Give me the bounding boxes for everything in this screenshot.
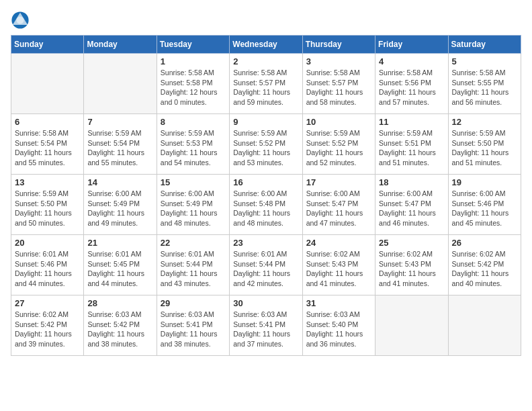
- day-number: 19: [452, 177, 517, 187]
- day-info: Sunrise: 6:00 AM Sunset: 5:47 PM Dayligh…: [306, 189, 371, 228]
- day-number: 11: [379, 117, 444, 127]
- calendar-cell: 19Sunrise: 6:00 AM Sunset: 5:46 PM Dayli…: [448, 175, 521, 235]
- day-number: 12: [452, 117, 517, 127]
- calendar-week-row: 13Sunrise: 5:59 AM Sunset: 5:50 PM Dayli…: [11, 175, 521, 235]
- calendar-cell: 10Sunrise: 5:59 AM Sunset: 5:52 PM Dayli…: [302, 114, 375, 175]
- day-info: Sunrise: 6:01 AM Sunset: 5:45 PM Dayligh…: [87, 249, 152, 289]
- calendar-cell: 26Sunrise: 6:02 AM Sunset: 5:42 PM Dayli…: [448, 235, 521, 295]
- day-info: Sunrise: 6:01 AM Sunset: 5:46 PM Dayligh…: [15, 249, 80, 289]
- calendar-cell: 27Sunrise: 6:02 AM Sunset: 5:42 PM Dayli…: [11, 295, 84, 356]
- calendar-cell: 14Sunrise: 6:00 AM Sunset: 5:49 PM Dayli…: [84, 175, 157, 235]
- calendar-week-row: 6Sunrise: 5:58 AM Sunset: 5:54 PM Daylig…: [11, 114, 521, 175]
- day-info: Sunrise: 6:02 AM Sunset: 5:43 PM Dayligh…: [379, 249, 444, 289]
- calendar-cell: 6Sunrise: 5:58 AM Sunset: 5:54 PM Daylig…: [11, 114, 84, 175]
- day-info: Sunrise: 5:59 AM Sunset: 5:52 PM Dayligh…: [233, 128, 298, 168]
- calendar-cell: [11, 54, 84, 114]
- calendar-table: SundayMondayTuesdayWednesdayThursdayFrid…: [11, 35, 521, 356]
- calendar-cell: 24Sunrise: 6:02 AM Sunset: 5:43 PM Dayli…: [302, 235, 375, 295]
- day-number: 25: [379, 238, 444, 248]
- calendar-cell: 31Sunrise: 6:03 AM Sunset: 5:40 PM Dayli…: [302, 295, 375, 356]
- day-number: 16: [233, 177, 298, 187]
- day-info: Sunrise: 5:59 AM Sunset: 5:53 PM Dayligh…: [161, 128, 226, 168]
- day-number: 6: [15, 117, 80, 127]
- day-info: Sunrise: 6:03 AM Sunset: 5:41 PM Dayligh…: [233, 310, 298, 349]
- day-number: 8: [161, 117, 226, 127]
- calendar-week-row: 20Sunrise: 6:01 AM Sunset: 5:46 PM Dayli…: [11, 235, 521, 295]
- calendar-cell: 11Sunrise: 5:59 AM Sunset: 5:51 PM Dayli…: [375, 114, 448, 175]
- day-info: Sunrise: 6:03 AM Sunset: 5:40 PM Dayligh…: [306, 310, 371, 349]
- calendar-cell: 13Sunrise: 5:59 AM Sunset: 5:50 PM Dayli…: [11, 175, 84, 235]
- day-number: 20: [15, 238, 80, 248]
- calendar-cell: 7Sunrise: 5:59 AM Sunset: 5:54 PM Daylig…: [84, 114, 157, 175]
- weekday-header: Wednesday: [230, 36, 302, 54]
- day-number: 21: [87, 238, 152, 248]
- day-info: Sunrise: 6:02 AM Sunset: 5:43 PM Dayligh…: [306, 249, 371, 289]
- calendar-week-row: 1Sunrise: 5:58 AM Sunset: 5:58 PM Daylig…: [11, 54, 521, 114]
- day-info: Sunrise: 6:03 AM Sunset: 5:42 PM Dayligh…: [87, 310, 152, 349]
- weekday-header: Thursday: [302, 36, 375, 54]
- day-number: 7: [87, 117, 152, 127]
- day-number: 3: [306, 56, 371, 66]
- calendar-cell: 23Sunrise: 6:01 AM Sunset: 5:44 PM Dayli…: [230, 235, 302, 295]
- day-number: 26: [452, 238, 517, 248]
- page-header: [11, 11, 521, 30]
- calendar-cell: 29Sunrise: 6:03 AM Sunset: 5:41 PM Dayli…: [157, 295, 229, 356]
- day-number: 29: [161, 298, 226, 308]
- day-number: 22: [161, 238, 226, 248]
- day-info: Sunrise: 5:58 AM Sunset: 5:57 PM Dayligh…: [306, 68, 371, 107]
- weekday-header: Saturday: [448, 36, 521, 54]
- day-number: 17: [306, 177, 371, 187]
- day-info: Sunrise: 5:58 AM Sunset: 5:56 PM Dayligh…: [379, 68, 444, 107]
- calendar-cell: 5Sunrise: 5:58 AM Sunset: 5:55 PM Daylig…: [448, 54, 521, 114]
- day-number: 4: [379, 56, 444, 66]
- calendar-cell: 30Sunrise: 6:03 AM Sunset: 5:41 PM Dayli…: [230, 295, 302, 356]
- calendar-cell: 12Sunrise: 5:59 AM Sunset: 5:50 PM Dayli…: [448, 114, 521, 175]
- day-info: Sunrise: 6:00 AM Sunset: 5:49 PM Dayligh…: [161, 189, 226, 228]
- day-info: Sunrise: 6:01 AM Sunset: 5:44 PM Dayligh…: [161, 249, 226, 289]
- day-info: Sunrise: 6:03 AM Sunset: 5:41 PM Dayligh…: [161, 310, 226, 349]
- day-info: Sunrise: 5:59 AM Sunset: 5:50 PM Dayligh…: [452, 128, 517, 168]
- day-info: Sunrise: 5:58 AM Sunset: 5:55 PM Dayligh…: [452, 68, 517, 107]
- day-number: 9: [233, 117, 298, 127]
- day-info: Sunrise: 5:59 AM Sunset: 5:52 PM Dayligh…: [306, 128, 371, 168]
- calendar-header-row: SundayMondayTuesdayWednesdayThursdayFrid…: [11, 36, 521, 54]
- calendar-cell: 9Sunrise: 5:59 AM Sunset: 5:52 PM Daylig…: [230, 114, 302, 175]
- day-info: Sunrise: 5:59 AM Sunset: 5:51 PM Dayligh…: [379, 128, 444, 168]
- calendar-cell: 20Sunrise: 6:01 AM Sunset: 5:46 PM Dayli…: [11, 235, 84, 295]
- day-number: 23: [233, 238, 298, 248]
- calendar-cell: 4Sunrise: 5:58 AM Sunset: 5:56 PM Daylig…: [375, 54, 448, 114]
- day-number: 2: [233, 56, 298, 66]
- day-info: Sunrise: 6:00 AM Sunset: 5:48 PM Dayligh…: [233, 189, 298, 228]
- day-info: Sunrise: 5:58 AM Sunset: 5:58 PM Dayligh…: [161, 68, 226, 107]
- day-info: Sunrise: 5:59 AM Sunset: 5:50 PM Dayligh…: [15, 189, 80, 228]
- calendar-cell: [448, 295, 521, 356]
- calendar-cell: 16Sunrise: 6:00 AM Sunset: 5:48 PM Dayli…: [230, 175, 302, 235]
- day-number: 27: [15, 298, 80, 308]
- day-number: 31: [306, 298, 371, 308]
- day-info: Sunrise: 6:02 AM Sunset: 5:42 PM Dayligh…: [15, 310, 80, 349]
- day-info: Sunrise: 6:00 AM Sunset: 5:47 PM Dayligh…: [379, 189, 444, 228]
- calendar-cell: 1Sunrise: 5:58 AM Sunset: 5:58 PM Daylig…: [157, 54, 229, 114]
- calendar-cell: [375, 295, 448, 356]
- day-number: 30: [233, 298, 298, 308]
- day-number: 14: [87, 177, 152, 187]
- day-info: Sunrise: 5:58 AM Sunset: 5:54 PM Dayligh…: [15, 128, 80, 168]
- day-number: 28: [87, 298, 152, 308]
- weekday-header: Tuesday: [157, 36, 229, 54]
- day-info: Sunrise: 5:58 AM Sunset: 5:57 PM Dayligh…: [233, 68, 298, 107]
- calendar-cell: 22Sunrise: 6:01 AM Sunset: 5:44 PM Dayli…: [157, 235, 229, 295]
- calendar-cell: 18Sunrise: 6:00 AM Sunset: 5:47 PM Dayli…: [375, 175, 448, 235]
- calendar-cell: 28Sunrise: 6:03 AM Sunset: 5:42 PM Dayli…: [84, 295, 157, 356]
- day-number: 18: [379, 177, 444, 187]
- day-number: 1: [161, 56, 226, 66]
- day-number: 13: [15, 177, 80, 187]
- weekday-header: Friday: [375, 36, 448, 54]
- calendar-cell: 15Sunrise: 6:00 AM Sunset: 5:49 PM Dayli…: [157, 175, 229, 235]
- calendar-cell: 25Sunrise: 6:02 AM Sunset: 5:43 PM Dayli…: [375, 235, 448, 295]
- calendar-cell: [84, 54, 157, 114]
- weekday-header: Monday: [84, 36, 157, 54]
- weekday-header: Sunday: [11, 36, 84, 54]
- day-info: Sunrise: 6:00 AM Sunset: 5:49 PM Dayligh…: [87, 189, 152, 228]
- calendar-cell: 2Sunrise: 5:58 AM Sunset: 5:57 PM Daylig…: [230, 54, 302, 114]
- calendar-cell: 8Sunrise: 5:59 AM Sunset: 5:53 PM Daylig…: [157, 114, 229, 175]
